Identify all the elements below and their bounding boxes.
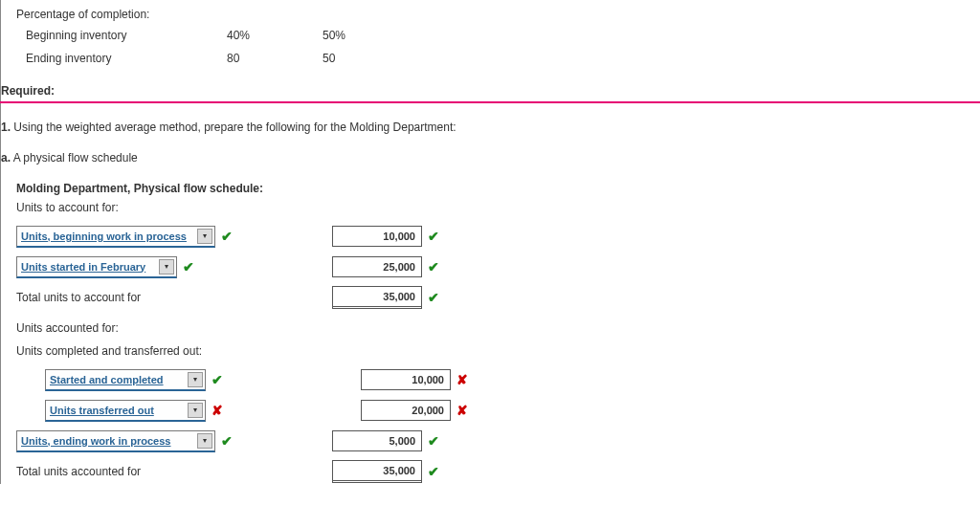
- check-icon: ✔: [221, 229, 238, 244]
- qa-prefix: a.: [1, 151, 11, 165]
- question-a: a. A physical flow schedule: [1, 142, 980, 172]
- check-icon: ✔: [221, 433, 238, 449]
- qa-text: A physical flow schedule: [11, 151, 138, 165]
- total-accounted-for-label: Total units accounted for: [16, 465, 141, 478]
- pct-row-col2: 50%: [323, 29, 418, 42]
- check-icon: ✔: [428, 290, 445, 305]
- value-input-started-february[interactable]: 25,000: [332, 256, 422, 277]
- pct-row-col1: 40%: [227, 29, 323, 42]
- dropdown-text: Units transferred out: [50, 405, 154, 416]
- pct-completion-title: Percentage of completion:: [16, 8, 980, 21]
- check-icon: ✔: [428, 464, 445, 479]
- value-total-accounted-for[interactable]: 35,000: [332, 460, 422, 483]
- chevron-down-icon: ▾: [159, 259, 174, 274]
- chevron-down-icon: ▾: [197, 229, 212, 244]
- pct-row-col1: 80: [227, 52, 323, 65]
- required-heading: Required:: [0, 80, 980, 103]
- dropdown-started-completed[interactable]: Started and completed ▾: [45, 369, 206, 391]
- value-input-beginning-wip[interactable]: 10,000: [332, 226, 422, 247]
- dropdown-started-february[interactable]: Units started in February ▾: [16, 256, 177, 278]
- check-icon: ✔: [428, 433, 445, 449]
- schedule-title: Molding Department, Physical flow schedu…: [16, 182, 980, 195]
- dropdown-beginning-wip[interactable]: Units, beginning work in process ▾: [16, 226, 215, 248]
- value-input-ending-wip[interactable]: 5,000: [332, 430, 422, 451]
- pct-row-label: Beginning inventory: [16, 29, 227, 42]
- cross-icon: ✘: [212, 403, 229, 418]
- cross-icon: ✘: [457, 372, 474, 387]
- cross-icon: ✘: [457, 403, 474, 418]
- check-icon: ✔: [428, 259, 445, 274]
- dropdown-text: Units started in February: [21, 261, 145, 273]
- units-to-account-for-label: Units to account for:: [16, 201, 980, 214]
- total-to-account-for-label: Total units to account for: [16, 291, 141, 304]
- pct-row-col2: 50: [323, 52, 418, 65]
- question-1: 1. Using the weighted average method, pr…: [1, 115, 980, 142]
- check-icon: ✔: [428, 229, 445, 244]
- units-accounted-for-label: Units accounted for:: [16, 321, 980, 335]
- dropdown-ending-wip[interactable]: Units, ending work in process ▾: [16, 430, 215, 452]
- chevron-down-icon: ▾: [188, 372, 203, 387]
- value-input-started-completed[interactable]: 10,000: [361, 369, 451, 390]
- check-icon: ✔: [183, 259, 200, 274]
- value-total-to-account-for[interactable]: 35,000: [332, 286, 422, 309]
- chevron-down-icon: ▾: [188, 403, 203, 418]
- check-icon: ✔: [212, 372, 229, 387]
- dropdown-transferred-out[interactable]: Units transferred out ▾: [45, 400, 206, 422]
- units-completed-out-label: Units completed and transferred out:: [16, 344, 980, 358]
- value-input-transferred-out[interactable]: 20,000: [361, 400, 451, 421]
- chevron-down-icon: ▾: [197, 433, 212, 449]
- dropdown-text: Started and completed: [50, 374, 164, 385]
- dropdown-text: Units, ending work in process: [21, 435, 170, 447]
- dropdown-text: Units, beginning work in process: [21, 231, 187, 242]
- q1-prefix: 1.: [1, 121, 11, 134]
- pct-row-label: Ending inventory: [16, 52, 227, 65]
- q1-text: Using the weighted average method, prepa…: [11, 121, 457, 134]
